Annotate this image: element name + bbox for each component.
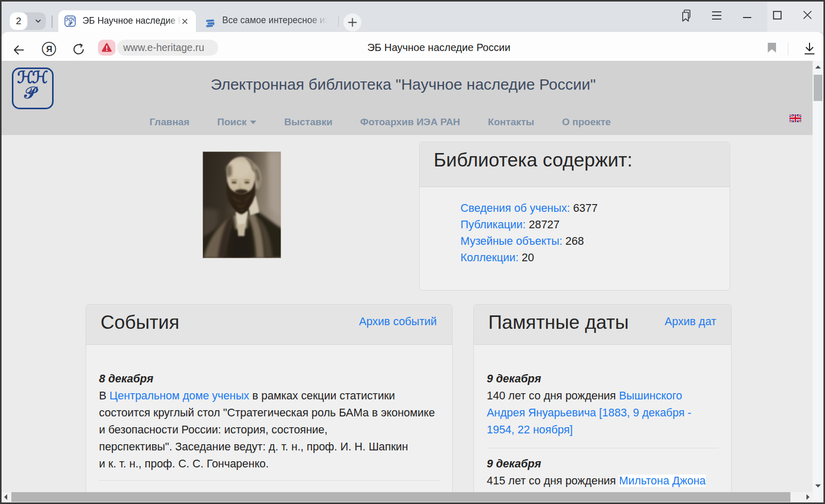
dates-panel-header: Памятные даты Архив дат	[474, 305, 731, 345]
stat-link[interactable]: Сведения об ученых:	[460, 202, 570, 214]
scroll-up-icon[interactable]	[815, 65, 821, 69]
date-text-line: 1954, 22 ноября]	[487, 422, 718, 439]
event-link[interactable]: Центральном доме ученых	[109, 390, 249, 402]
vertical-scroll-thumb[interactable]	[814, 75, 822, 101]
library-panel-title: Библиотека содержит:	[434, 149, 633, 171]
person-link[interactable]: Вышинского	[619, 390, 682, 402]
nav-home[interactable]: Главная	[150, 116, 189, 128]
event-text-line: состоится круглый стол "Стратегическая р…	[99, 405, 439, 422]
download-icon[interactable]	[803, 42, 816, 55]
menu-icon[interactable]	[711, 10, 722, 21]
event-text-line: и к. т. н., проф. С. С. Гончаренко.	[99, 456, 439, 473]
events-archive-link[interactable]: Архив событий	[359, 315, 437, 328]
svg-text:Я: Я	[46, 44, 53, 54]
warning-triangle-icon	[102, 43, 112, 53]
scroll-down-icon[interactable]	[815, 484, 821, 488]
stat-link[interactable]: Коллекции:	[460, 251, 519, 264]
stat-link[interactable]: Публикации:	[460, 219, 526, 231]
nav-item-label: Выставки	[284, 116, 332, 127]
side-panel-icon[interactable]	[678, 8, 692, 23]
dates-panel: Памятные даты Архив дат 9 декабря 140 ле…	[473, 304, 732, 492]
person-link[interactable]: Андрея Януарьевича [1883, 9 декабря -	[487, 407, 691, 419]
browser-toolbar: Я www.e-heritage.ru ЭБ Научное наследие …	[2, 32, 823, 61]
person-link[interactable]: 1954, 22 ноября]	[487, 424, 573, 436]
site-title: Электронная библиотека "Научное наследие…	[2, 76, 805, 93]
tab-title: Все самое интересное из н	[222, 15, 333, 26]
back-icon[interactable]	[13, 44, 25, 56]
maximize-icon[interactable]	[773, 11, 782, 20]
divider	[99, 480, 439, 481]
dzen-icon	[204, 17, 216, 28]
scroll-left-icon[interactable]	[4, 494, 8, 500]
stat-collections: Коллекции: 20	[460, 249, 598, 266]
tab-title: ЭБ Научное наследие Р	[82, 15, 182, 26]
nav-item-label: Фотоархив ИЭА РАН	[360, 116, 460, 127]
nav-about[interactable]: О проекте	[562, 116, 611, 128]
events-panel-header: События Архив событий	[86, 305, 452, 345]
url-text: www.e-heritage.ru	[123, 42, 204, 53]
date-text-line: 415 лет со дня рождения Мильтона Джона	[487, 473, 718, 490]
scrollbar-corner	[813, 492, 823, 502]
stat-publications: Публикации: 28727	[460, 216, 598, 233]
date-item-date: 9 декабря	[487, 456, 718, 473]
tab-active[interactable]: ℋℋ 𝒫 ЭБ Научное наследие Р	[58, 10, 196, 32]
yandex-icon[interactable]: Я	[41, 41, 57, 57]
nav-item-label: Поиск	[217, 116, 246, 127]
tabbar-separator	[52, 15, 53, 28]
tab-count: 2	[10, 12, 27, 30]
person-link[interactable]: Мильтона Джона	[619, 475, 705, 487]
web-page: ℋℋ 𝒫 Электронная библиотека "Научное нас…	[2, 61, 813, 492]
nav-exhibitions[interactable]: Выставки	[284, 116, 332, 128]
date-text-line: Андрея Януарьевича [1883, 9 декабря -	[487, 405, 718, 422]
site-header: ℋℋ 𝒫 Электронная библиотека "Научное нас…	[2, 61, 813, 135]
event-date: 8 декабря	[99, 371, 439, 388]
event-text: в рамках секции статистики	[249, 390, 395, 402]
new-tab-button[interactable]	[343, 13, 361, 31]
event-text-line: и безопасности России: история, состояни…	[99, 422, 439, 439]
plus-icon	[348, 18, 357, 27]
vertical-scrollbar[interactable]	[813, 61, 823, 492]
event-text-line: перспективы". Заседание ведут: д. т. н.,…	[99, 439, 439, 456]
minimize-icon[interactable]	[743, 16, 751, 19]
dates-archive-link[interactable]: Архив дат	[665, 315, 716, 328]
horizontal-scroll-thumb[interactable]	[11, 492, 790, 502]
browser-window: 2 ℋℋ 𝒫 ЭБ Научное наследие Р	[0, 0, 825, 504]
window-close-icon[interactable]	[803, 10, 812, 20]
caret-down-icon	[250, 121, 256, 124]
divider	[487, 448, 718, 448]
stat-value: 6377	[570, 202, 598, 214]
tab-inactive[interactable]: Все самое интересное из н	[197, 10, 338, 32]
tab-close-icon[interactable]	[181, 18, 189, 25]
library-panel-header: Библиотека содержит:	[420, 142, 730, 187]
bookmark-icon[interactable]	[768, 43, 776, 53]
address-bar[interactable]: www.e-heritage.ru	[117, 40, 218, 56]
security-warning-badge[interactable]	[98, 40, 116, 56]
stat-link[interactable]: Музейные объекты:	[460, 235, 563, 247]
tabbar-separator	[338, 15, 339, 27]
date-text: 140 лет со дня рождения	[487, 390, 619, 402]
stat-value: 20	[519, 251, 534, 264]
site-favicon: ℋℋ 𝒫	[64, 15, 76, 27]
tab-counter-button[interactable]: 2	[10, 12, 46, 30]
horizontal-scrollbar[interactable]	[2, 492, 813, 502]
nav-item-label: О проекте	[562, 116, 611, 127]
reload-icon[interactable]	[72, 43, 85, 56]
nav-contacts[interactable]: Контакты	[488, 116, 534, 128]
library-stats: Сведения об ученых: 6377 Публикации: 287…	[460, 200, 598, 266]
date-text: 415 лет со дня рождения	[487, 475, 619, 487]
events-panel-title: События	[101, 312, 179, 333]
nav-item-label: Главная	[150, 116, 189, 127]
stat-scientists: Сведения об ученых: 6377	[460, 200, 598, 216]
uk-flag-icon[interactable]	[789, 114, 801, 122]
scroll-right-icon[interactable]	[806, 494, 810, 500]
date-item-date: 9 декабря	[487, 371, 718, 388]
nav-photoarchive[interactable]: Фотоархив ИЭА РАН	[360, 116, 460, 128]
date-text-line: 140 лет со дня рождения Вышинского	[487, 388, 718, 405]
nav-item-label: Контакты	[488, 116, 534, 127]
scientist-portrait-photo	[203, 152, 281, 258]
chevron-down-icon[interactable]	[35, 18, 41, 24]
nav-search[interactable]: Поиск	[217, 116, 256, 128]
site-nav: Главная Поиск Выставки Фотоархив ИЭА РАН…	[150, 116, 639, 128]
tab-bar: 2 ℋℋ 𝒫 ЭБ Научное наследие Р	[2, 2, 823, 32]
toolbar-page-title: ЭБ Научное наследие России	[361, 42, 516, 54]
